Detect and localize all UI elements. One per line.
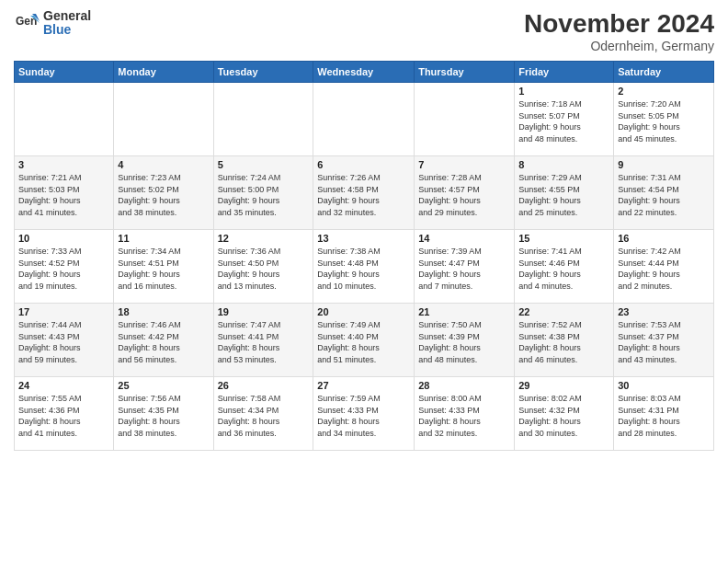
logo-icon: Gen — [14, 10, 40, 36]
day-number: 11 — [118, 233, 209, 244]
day-number: 23 — [618, 306, 710, 317]
day-info: Sunrise: 7:34 AM Sunset: 4:51 PM Dayligh… — [118, 246, 209, 292]
calendar-header-row: Sunday Monday Tuesday Wednesday Thursday… — [15, 62, 714, 83]
day-info: Sunrise: 7:41 AM Sunset: 4:46 PM Dayligh… — [518, 246, 609, 292]
day-info: Sunrise: 7:20 AM Sunset: 5:05 PM Dayligh… — [618, 98, 710, 144]
calendar-cell: 26Sunrise: 7:58 AM Sunset: 4:34 PM Dayli… — [213, 377, 313, 451]
header-monday: Monday — [114, 62, 213, 83]
day-info: Sunrise: 7:26 AM Sunset: 4:58 PM Dayligh… — [317, 172, 410, 218]
day-info: Sunrise: 7:59 AM Sunset: 4:33 PM Dayligh… — [317, 393, 410, 439]
day-number: 3 — [18, 159, 109, 170]
header: Gen General Blue November 2024 Odernheim… — [14, 9, 714, 53]
day-info: Sunrise: 7:49 AM Sunset: 4:40 PM Dayligh… — [317, 319, 410, 365]
day-number: 12 — [218, 233, 310, 244]
calendar-week-row-4: 17Sunrise: 7:44 AM Sunset: 4:43 PM Dayli… — [15, 304, 714, 377]
calendar-cell: 16Sunrise: 7:42 AM Sunset: 4:44 PM Dayli… — [614, 230, 714, 304]
day-number: 28 — [418, 380, 510, 391]
calendar-table: Sunday Monday Tuesday Wednesday Thursday… — [14, 61, 714, 451]
header-tuesday: Tuesday — [213, 62, 313, 83]
day-number: 8 — [518, 159, 609, 170]
day-number: 18 — [118, 306, 209, 317]
calendar-cell: 5Sunrise: 7:24 AM Sunset: 5:00 PM Daylig… — [213, 156, 313, 230]
day-number: 14 — [418, 233, 510, 244]
day-info: Sunrise: 7:28 AM Sunset: 4:57 PM Dayligh… — [418, 172, 510, 218]
calendar-cell: 7Sunrise: 7:28 AM Sunset: 4:57 PM Daylig… — [415, 156, 515, 230]
day-info: Sunrise: 7:55 AM Sunset: 4:36 PM Dayligh… — [18, 393, 109, 439]
calendar-week-row-5: 24Sunrise: 7:55 AM Sunset: 4:36 PM Dayli… — [15, 377, 714, 451]
calendar-cell: 1Sunrise: 7:18 AM Sunset: 5:07 PM Daylig… — [515, 83, 614, 156]
day-info: Sunrise: 7:33 AM Sunset: 4:52 PM Dayligh… — [18, 246, 109, 292]
calendar-cell: 24Sunrise: 7:55 AM Sunset: 4:36 PM Dayli… — [15, 377, 114, 451]
month-title: November 2024 — [524, 9, 714, 39]
day-number: 2 — [618, 86, 710, 97]
calendar-cell: 14Sunrise: 7:39 AM Sunset: 4:47 PM Dayli… — [415, 230, 515, 304]
header-wednesday: Wednesday — [313, 62, 415, 83]
calendar-cell: 23Sunrise: 7:53 AM Sunset: 4:37 PM Dayli… — [614, 304, 714, 377]
calendar-cell: 12Sunrise: 7:36 AM Sunset: 4:50 PM Dayli… — [213, 230, 313, 304]
calendar-cell: 6Sunrise: 7:26 AM Sunset: 4:58 PM Daylig… — [313, 156, 415, 230]
day-number: 7 — [418, 159, 510, 170]
calendar-cell: 22Sunrise: 7:52 AM Sunset: 4:38 PM Dayli… — [515, 304, 614, 377]
calendar-cell: 19Sunrise: 7:47 AM Sunset: 4:41 PM Dayli… — [213, 304, 313, 377]
calendar-cell: 8Sunrise: 7:29 AM Sunset: 4:55 PM Daylig… — [515, 156, 614, 230]
day-number: 22 — [518, 306, 609, 317]
logo: Gen General Blue — [14, 9, 91, 38]
calendar-cell: 15Sunrise: 7:41 AM Sunset: 4:46 PM Dayli… — [515, 230, 614, 304]
calendar-week-row-2: 3Sunrise: 7:21 AM Sunset: 5:03 PM Daylig… — [15, 156, 714, 230]
day-info: Sunrise: 7:39 AM Sunset: 4:47 PM Dayligh… — [418, 246, 510, 292]
day-info: Sunrise: 7:36 AM Sunset: 4:50 PM Dayligh… — [218, 246, 310, 292]
calendar-cell — [213, 83, 313, 156]
day-info: Sunrise: 7:44 AM Sunset: 4:43 PM Dayligh… — [18, 319, 109, 365]
calendar-cell: 28Sunrise: 8:00 AM Sunset: 4:33 PM Dayli… — [415, 377, 515, 451]
calendar-cell: 27Sunrise: 7:59 AM Sunset: 4:33 PM Dayli… — [313, 377, 415, 451]
day-number: 19 — [218, 306, 310, 317]
day-number: 29 — [518, 380, 609, 391]
calendar-cell: 2Sunrise: 7:20 AM Sunset: 5:05 PM Daylig… — [614, 83, 714, 156]
day-number: 27 — [317, 380, 410, 391]
header-thursday: Thursday — [415, 62, 515, 83]
title-section: November 2024 Odernheim, Germany — [524, 9, 714, 53]
day-number: 6 — [317, 159, 410, 170]
calendar-week-row-3: 10Sunrise: 7:33 AM Sunset: 4:52 PM Dayli… — [15, 230, 714, 304]
header-saturday: Saturday — [614, 62, 714, 83]
day-info: Sunrise: 7:52 AM Sunset: 4:38 PM Dayligh… — [518, 319, 609, 365]
day-info: Sunrise: 7:21 AM Sunset: 5:03 PM Dayligh… — [18, 172, 109, 218]
calendar-week-row-1: 1Sunrise: 7:18 AM Sunset: 5:07 PM Daylig… — [15, 83, 714, 156]
calendar-cell — [313, 83, 415, 156]
day-info: Sunrise: 8:03 AM Sunset: 4:31 PM Dayligh… — [618, 393, 710, 439]
calendar-cell: 10Sunrise: 7:33 AM Sunset: 4:52 PM Dayli… — [15, 230, 114, 304]
calendar-cell: 17Sunrise: 7:44 AM Sunset: 4:43 PM Dayli… — [15, 304, 114, 377]
logo-blue-text: Blue — [43, 23, 91, 37]
logo-text: General Blue — [43, 9, 91, 38]
day-info: Sunrise: 7:56 AM Sunset: 4:35 PM Dayligh… — [118, 393, 209, 439]
header-friday: Friday — [515, 62, 614, 83]
day-number: 16 — [618, 233, 710, 244]
logo-general-text: General — [43, 9, 91, 23]
day-number: 21 — [418, 306, 510, 317]
day-number: 13 — [317, 233, 410, 244]
day-info: Sunrise: 7:47 AM Sunset: 4:41 PM Dayligh… — [218, 319, 310, 365]
day-info: Sunrise: 7:42 AM Sunset: 4:44 PM Dayligh… — [618, 246, 710, 292]
calendar-cell — [114, 83, 213, 156]
day-number: 24 — [18, 380, 109, 391]
day-info: Sunrise: 7:53 AM Sunset: 4:37 PM Dayligh… — [618, 319, 710, 365]
calendar-cell: 21Sunrise: 7:50 AM Sunset: 4:39 PM Dayli… — [415, 304, 515, 377]
day-info: Sunrise: 8:02 AM Sunset: 4:32 PM Dayligh… — [518, 393, 609, 439]
calendar-cell — [415, 83, 515, 156]
day-info: Sunrise: 7:46 AM Sunset: 4:42 PM Dayligh… — [118, 319, 209, 365]
day-number: 5 — [218, 159, 310, 170]
calendar-cell: 18Sunrise: 7:46 AM Sunset: 4:42 PM Dayli… — [114, 304, 213, 377]
day-info: Sunrise: 7:29 AM Sunset: 4:55 PM Dayligh… — [518, 172, 609, 218]
calendar-cell: 20Sunrise: 7:49 AM Sunset: 4:40 PM Dayli… — [313, 304, 415, 377]
calendar-cell: 9Sunrise: 7:31 AM Sunset: 4:54 PM Daylig… — [614, 156, 714, 230]
day-info: Sunrise: 7:23 AM Sunset: 5:02 PM Dayligh… — [118, 172, 209, 218]
calendar-cell — [15, 83, 114, 156]
calendar-cell: 4Sunrise: 7:23 AM Sunset: 5:02 PM Daylig… — [114, 156, 213, 230]
day-number: 20 — [317, 306, 410, 317]
page: Gen General Blue November 2024 Odernheim… — [0, 0, 728, 563]
day-info: Sunrise: 7:31 AM Sunset: 4:54 PM Dayligh… — [618, 172, 710, 218]
day-number: 15 — [518, 233, 609, 244]
day-number: 25 — [118, 380, 209, 391]
location-subtitle: Odernheim, Germany — [524, 39, 714, 53]
calendar-cell: 3Sunrise: 7:21 AM Sunset: 5:03 PM Daylig… — [15, 156, 114, 230]
